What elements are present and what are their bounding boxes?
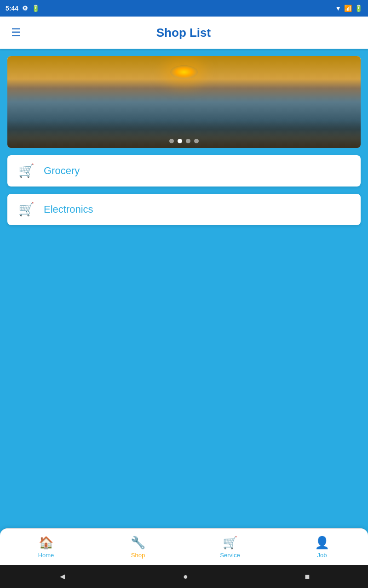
status-left: 5:44 ⚙ 🔋 bbox=[6, 5, 40, 12]
page-title: Shop List bbox=[25, 26, 342, 40]
status-bar: 5:44 ⚙ 🔋 ▼ 📶 🔋 bbox=[0, 0, 368, 17]
nav-shop[interactable]: 🔧 Shop bbox=[92, 532, 184, 562]
home-icon: 🏠 bbox=[39, 536, 53, 550]
wifi-icon: ▼ bbox=[335, 5, 341, 12]
electronics-label: Electronics bbox=[44, 204, 93, 215]
settings-icon: ⚙ bbox=[22, 5, 28, 12]
battery-status-icon: 🔋 bbox=[355, 5, 362, 12]
service-label: Service bbox=[220, 552, 240, 559]
electronics-cart-icon: 🛒 bbox=[18, 203, 34, 216]
status-time: 5:44 bbox=[6, 5, 18, 12]
android-nav-bar: ◄ ● ■ bbox=[0, 565, 368, 588]
status-right: ▼ 📶 🔋 bbox=[335, 5, 362, 12]
carousel-dot-3[interactable] bbox=[186, 139, 190, 143]
carousel-dot-2[interactable] bbox=[178, 139, 182, 143]
service-icon: 🛒 bbox=[223, 536, 237, 550]
nav-service[interactable]: 🛒 Service bbox=[184, 532, 276, 562]
job-icon: 👤 bbox=[315, 536, 329, 550]
banner-carousel[interactable] bbox=[7, 56, 361, 148]
electronics-list-item[interactable]: 🛒 Electronics bbox=[7, 194, 361, 225]
job-label: Job bbox=[317, 552, 327, 559]
shop-label: Shop bbox=[131, 552, 145, 559]
carousel-dot-1[interactable] bbox=[169, 139, 174, 143]
android-recent-button[interactable]: ■ bbox=[305, 572, 310, 582]
signal-icon: 📶 bbox=[344, 5, 352, 12]
grocery-label: Grocery bbox=[44, 165, 80, 177]
grocery-cart-icon: 🛒 bbox=[18, 164, 34, 177]
carousel-dots bbox=[7, 139, 361, 143]
battery-icon: 🔋 bbox=[32, 5, 40, 12]
android-back-button[interactable]: ◄ bbox=[58, 572, 67, 582]
main-content: 🛒 Grocery 🛒 Electronics bbox=[0, 49, 368, 528]
carousel-dot-4[interactable] bbox=[194, 139, 199, 143]
carousel-image bbox=[7, 56, 361, 148]
android-home-button[interactable]: ● bbox=[183, 572, 188, 582]
nav-job[interactable]: 👤 Job bbox=[276, 532, 368, 562]
bottom-navigation: 🏠 Home 🔧 Shop 🛒 Service 👤 Job bbox=[0, 528, 368, 565]
shop-icon: 🔧 bbox=[131, 536, 145, 550]
nav-home[interactable]: 🏠 Home bbox=[0, 532, 92, 562]
app-bar: ☰ Shop List bbox=[0, 17, 368, 49]
menu-button[interactable]: ☰ bbox=[7, 23, 25, 42]
grocery-list-item[interactable]: 🛒 Grocery bbox=[7, 155, 361, 187]
home-label: Home bbox=[38, 552, 54, 559]
